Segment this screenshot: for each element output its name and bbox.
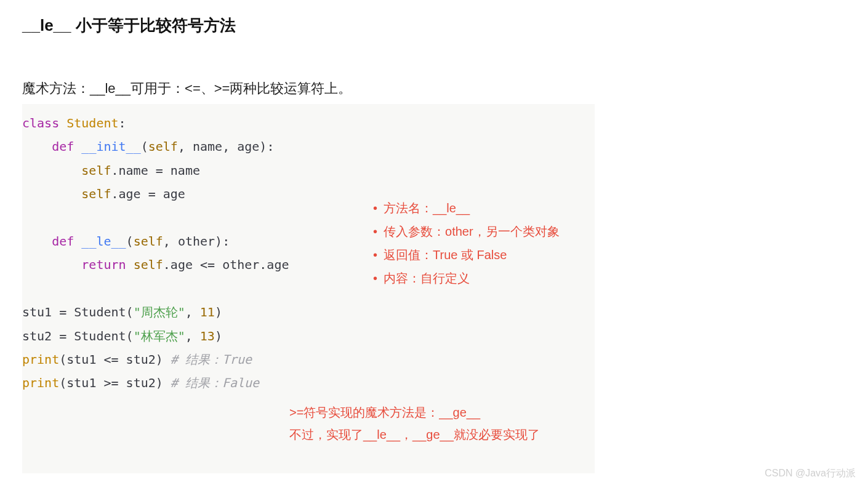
page-heading: __le__ 小于等于比较符号方法 — [22, 15, 848, 36]
code-line: print(stu1 >= stu2) # 结果：Falue — [22, 371, 595, 395]
annotation-item: 方法名：__le__ — [373, 196, 560, 220]
code-line: def __init__(self, name, age): — [22, 135, 595, 158]
annotation-line: >=符号实现的魔术方法是：__ge__ — [289, 401, 540, 423]
annotation-side: 方法名：__le__传入参数：other，另一个类对象返回值：True 或 Fa… — [373, 196, 560, 290]
code-line: class Student: — [22, 111, 595, 135]
annotation-item: 传入参数：other，另一个类对象 — [373, 220, 560, 243]
code-line: self.name = name — [22, 159, 595, 182]
annotation-line: 不过，实现了__le__，__ge__就没必要实现了 — [289, 423, 540, 446]
code-line: print(stu1 <= stu2) # 结果：True — [22, 348, 595, 371]
code-line: stu1 = Student("周杰轮", 11) — [22, 300, 595, 324]
annotation-bottom: >=符号实现的魔术方法是：__ge__不过，实现了__le__，__ge__就没… — [289, 401, 540, 446]
watermark: CSDN @Java行动派 — [765, 467, 856, 480]
code-line: stu2 = Student("林军杰", 13) — [22, 324, 595, 348]
intro-sentence: 魔术方法：__le__可用于：<=、>=两种比较运算符上。 — [22, 79, 848, 98]
annotation-item: 内容：自行定义 — [373, 267, 560, 290]
annotation-item: 返回值：True 或 False — [373, 243, 560, 267]
